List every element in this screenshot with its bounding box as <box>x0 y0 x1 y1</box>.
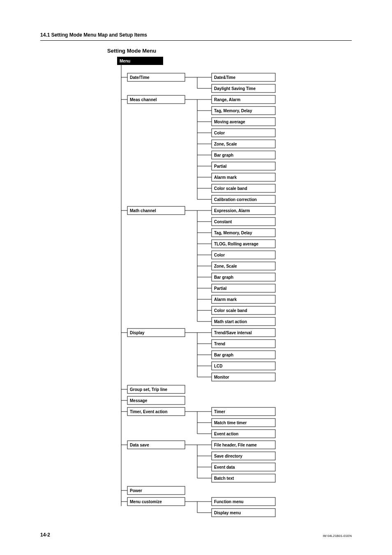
node-timer-2: Event action <box>214 432 238 436</box>
node-group-set: Group set, Trip line <box>130 387 167 392</box>
section-title: 14.1 Setting Mode Menu Map and Setup Ite… <box>40 32 147 38</box>
node-meas-1: Tag, Memory, Delay <box>214 109 252 113</box>
node-timer-0: Timer <box>214 409 225 414</box>
node-math-6: Bar graph <box>214 275 233 280</box>
node-datetime-1: Daylight Saving Time <box>214 86 256 91</box>
node-meas-4: Zone, Scale <box>214 142 237 146</box>
node-meas-3: Color <box>214 131 225 135</box>
node-menu-customize: Menu customize <box>130 500 162 504</box>
node-math-1: Constant <box>214 220 232 224</box>
node-power: Power <box>130 488 142 493</box>
header-rule <box>40 40 352 41</box>
node-data-save: Data save <box>130 443 149 447</box>
node-save-3: Batch text <box>214 476 234 481</box>
node-disp-4: Monitor <box>214 375 229 379</box>
node-meas-0: Range, Alarm <box>214 97 240 102</box>
node-display: Display <box>130 331 145 335</box>
node-timer-event: Timer, Event action <box>130 409 168 414</box>
node-message: Message <box>130 398 147 403</box>
subsection-title: Setting Mode Menu <box>107 48 156 54</box>
node-save-0: File header, File name <box>214 443 257 447</box>
node-disp-2: Bar graph <box>214 353 233 357</box>
node-disp-0: Trend/Save interval <box>214 331 252 335</box>
node-disp-3: LCD <box>214 364 223 368</box>
node-meas-8: Color scale band <box>214 186 247 191</box>
page-number: 14-2 <box>40 532 50 538</box>
node-math-0: Expression, Alarm <box>214 208 250 213</box>
menu-root-box: Menu <box>117 57 163 65</box>
tree-diagram <box>117 65 306 521</box>
node-meas-5: Bar graph <box>214 153 233 157</box>
node-math-5: Zone, Scale <box>214 264 237 268</box>
document-id: IM 04L21B01-01EN <box>323 534 352 538</box>
node-custom-0: Function menu <box>214 500 244 504</box>
node-disp-1: Trend <box>214 342 225 346</box>
node-math-2: Tag, Memory, Delay <box>214 231 252 235</box>
node-math-8: Alarm mark <box>214 297 237 302</box>
node-save-1: Save directory <box>214 454 242 458</box>
node-math-7: Partial <box>214 286 227 291</box>
node-math-10: Math start action <box>214 319 247 324</box>
node-timer-1: Match time timer <box>214 421 247 425</box>
node-date-time: Date/Time <box>130 75 150 80</box>
node-meas-channel: Meas channel <box>130 97 157 102</box>
node-datetime-0: Date&Time <box>214 75 235 80</box>
node-math-3: TLOG, Rolling average <box>214 242 258 246</box>
menu-root-label: Menu <box>120 59 130 63</box>
node-meas-9: Calibration correction <box>214 197 257 202</box>
node-custom-1: Display menu <box>214 511 241 515</box>
node-math-9: Color scale band <box>214 308 247 313</box>
node-math-4: Color <box>214 253 225 257</box>
node-meas-7: Alarm mark <box>214 175 237 180</box>
node-math-channel: Math channel <box>130 208 156 213</box>
node-meas-6: Partial <box>214 164 227 169</box>
node-meas-2: Moving average <box>214 120 245 124</box>
node-save-2: Event data <box>214 465 235 469</box>
